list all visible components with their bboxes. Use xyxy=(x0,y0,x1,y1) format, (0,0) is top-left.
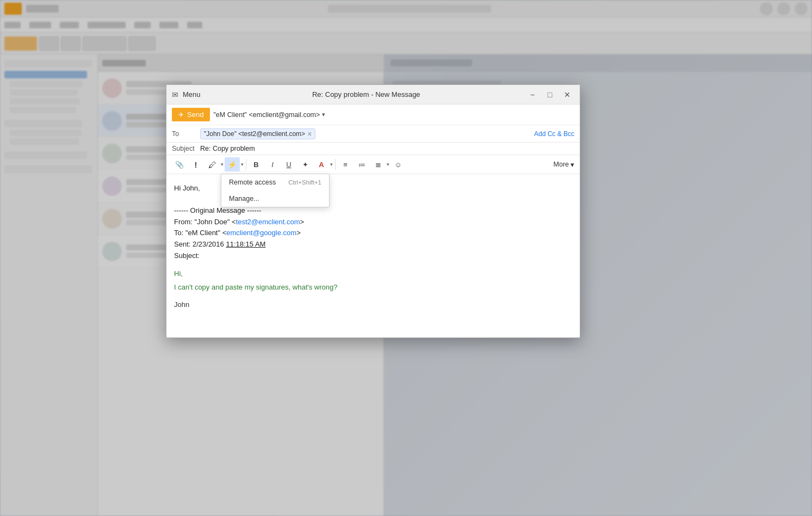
from-dropdown-button[interactable]: ▾ xyxy=(322,111,325,118)
attach-icon: 📎 xyxy=(175,161,184,169)
to-input[interactable]: "John Doe" <test2@emclient.com> × xyxy=(200,128,534,139)
important-button[interactable]: ! xyxy=(188,157,203,171)
to-chip: "John Doe" <test2@emclient.com> × xyxy=(200,128,315,139)
more-button[interactable]: More ▾ xyxy=(554,161,574,169)
lightning-dropdown-menu: Remote access Ctrl+Shift+1 Manage... xyxy=(221,174,330,207)
list-button[interactable]: ≡ xyxy=(338,157,353,171)
dropdown-item-manage[interactable]: Manage... xyxy=(221,191,329,207)
lightning-group: ⚡ ▾ xyxy=(225,157,244,171)
from-field: "eM Client" <emclient@gmail.com> ▾ xyxy=(213,111,325,119)
toolbar-separator-2 xyxy=(335,159,336,170)
compose-window: ✉ Menu Re: Copy problem - New Message − … xyxy=(166,84,580,338)
window-controls: − □ ✕ xyxy=(525,89,574,100)
font-color-group: A ▾ xyxy=(314,157,333,171)
from-email-link[interactable]: test2@emclient.com xyxy=(236,218,300,226)
remote-access-shortcut: Ctrl+Shift+1 xyxy=(288,179,321,186)
emoji-button[interactable]: ☺ xyxy=(390,157,406,171)
attach-button[interactable]: 📎 xyxy=(172,157,187,171)
bold-icon: B xyxy=(253,161,258,169)
toolbar-separator-1 xyxy=(246,159,246,170)
quoted-greeting: Hi, xyxy=(174,268,572,280)
more-label: More xyxy=(554,161,569,168)
font-color-button[interactable]: A xyxy=(314,157,329,171)
author-signature: John xyxy=(174,299,572,311)
subject-row: Subject Re: Copy problem xyxy=(166,143,580,155)
eraser-icon: ✦ xyxy=(302,161,308,169)
subject-label: Subject xyxy=(172,145,200,152)
title-bar: ✉ Menu Re: Copy problem - New Message − … xyxy=(166,85,580,105)
important-icon: ! xyxy=(195,160,197,169)
send-label: Send xyxy=(187,110,203,119)
subject-line: Subject: xyxy=(174,250,572,262)
email-icon: ✉ xyxy=(172,90,178,99)
list-icon: ≡ xyxy=(343,161,348,169)
more-arrow: ▾ xyxy=(571,161,574,169)
from-line: From: "John Doe" <test2@emclient.com> xyxy=(174,217,572,228)
align-group: ≣ ▾ xyxy=(370,157,389,171)
dropdown-item-remote-access[interactable]: Remote access Ctrl+Shift+1 xyxy=(221,174,329,191)
sent-line: Sent: 2/23/2016 11:18:15 AM xyxy=(174,239,572,250)
to-label: To xyxy=(172,130,200,138)
font-color-dropdown-arrow[interactable]: ▾ xyxy=(330,162,333,167)
to-email-link[interactable]: emclient@google.com xyxy=(226,229,296,237)
send-button[interactable]: ✈ Send xyxy=(172,108,210,121)
window-title: Re: Copy problem - New Message xyxy=(207,90,525,99)
to-chip-label: "John Doe" <test2@emclient.com> xyxy=(204,130,305,138)
lightning-dropdown-arrow[interactable]: ▾ xyxy=(241,162,244,167)
underline-button[interactable]: U xyxy=(281,157,296,171)
ordered-list-icon: ≔ xyxy=(358,161,365,169)
highlighter-icon: 🖊 xyxy=(208,160,216,169)
original-message: ------ Original Message ------ From: "Jo… xyxy=(174,205,572,262)
from-address: "eM Client" <emclient@gmail.com> xyxy=(213,111,320,119)
highlighter-dropdown-arrow[interactable]: ▾ xyxy=(221,162,224,167)
to-row: To "John Doe" <test2@emclient.com> × Add… xyxy=(166,125,580,143)
underline-icon: U xyxy=(286,161,291,169)
send-icon: ✈ xyxy=(178,111,184,119)
bold-button[interactable]: B xyxy=(249,157,264,171)
minimize-button[interactable]: − xyxy=(525,89,540,100)
subject-value[interactable]: Re: Copy problem xyxy=(200,145,574,152)
italic-button[interactable]: I xyxy=(265,157,280,171)
quoted-body: I can't copy and paste my signatures, wh… xyxy=(174,282,572,293)
highlighter-button[interactable]: 🖊 xyxy=(204,157,220,171)
to-line: To: "eM Client" <emclient@google.com> xyxy=(174,228,572,239)
sent-time: 11:18:15 AM xyxy=(226,240,265,248)
manage-label: Manage... xyxy=(229,195,259,202)
align-dropdown-arrow[interactable]: ▾ xyxy=(387,162,389,167)
emoji-icon: ☺ xyxy=(394,161,401,169)
quoted-text: Hi, I can't copy and paste my signatures… xyxy=(174,268,572,293)
send-toolbar: ✈ Send "eM Client" <emclient@gmail.com> … xyxy=(166,105,580,125)
remote-access-label: Remote access xyxy=(229,179,276,186)
window-menu-button[interactable]: Menu xyxy=(183,90,201,99)
font-color-icon: A xyxy=(319,161,324,169)
format-toolbar: 📎 ! 🖊 ▾ ⚡ ▾ B I U ✦ xyxy=(166,155,580,174)
add-cc-bcc-button[interactable]: Add Cc & Bcc xyxy=(534,130,574,138)
to-chip-remove[interactable]: × xyxy=(307,130,312,138)
lightning-button[interactable]: ⚡ xyxy=(225,157,240,171)
italic-icon: I xyxy=(271,161,274,169)
ordered-list-button[interactable]: ≔ xyxy=(354,157,369,171)
close-button[interactable]: ✕ xyxy=(560,89,574,100)
align-icon: ≣ xyxy=(375,161,381,169)
lightning-icon: ⚡ xyxy=(228,161,237,169)
align-button[interactable]: ≣ xyxy=(370,157,386,171)
maximize-button[interactable]: □ xyxy=(543,89,557,100)
highlighter-group: 🖊 ▾ xyxy=(204,157,224,171)
eraser-button[interactable]: ✦ xyxy=(297,157,313,171)
